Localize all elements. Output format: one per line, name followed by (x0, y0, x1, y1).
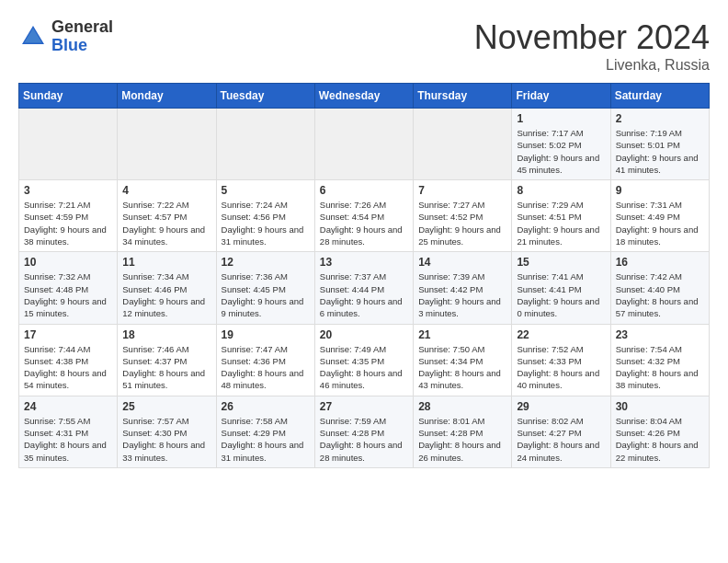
week-row-2: 3Sunrise: 7:21 AMSunset: 4:59 PMDaylight… (19, 180, 710, 252)
day-info: Sunrise: 7:54 AMSunset: 4:32 PMDaylight:… (616, 343, 704, 392)
day-number: 30 (616, 400, 704, 413)
weekday-header-thursday: Thursday (414, 84, 512, 109)
day-info: Sunrise: 7:34 AMSunset: 4:46 PMDaylight:… (122, 270, 210, 319)
day-number: 4 (122, 184, 210, 197)
day-info: Sunrise: 7:24 AMSunset: 4:56 PMDaylight:… (222, 199, 310, 247)
day-number: 17 (24, 328, 112, 341)
day-info: Sunrise: 8:04 AMSunset: 4:26 PMDaylight:… (616, 415, 704, 464)
day-cell: 26Sunrise: 7:58 AMSunset: 4:29 PMDayligh… (216, 396, 314, 467)
day-cell: 3Sunrise: 7:21 AMSunset: 4:59 PMDaylight… (19, 180, 118, 252)
day-cell: 11Sunrise: 7:34 AMSunset: 4:46 PMDayligh… (118, 252, 216, 324)
day-number: 20 (320, 328, 408, 341)
day-info: Sunrise: 7:36 AMSunset: 4:45 PMDaylight:… (222, 270, 310, 319)
day-cell: 15Sunrise: 7:41 AMSunset: 4:41 PMDayligh… (512, 252, 610, 324)
day-cell (19, 109, 118, 180)
day-cell: 8Sunrise: 7:29 AMSunset: 4:51 PMDaylight… (512, 180, 610, 252)
day-info: Sunrise: 7:37 AMSunset: 4:44 PMDaylight:… (320, 270, 408, 319)
day-info: Sunrise: 7:55 AMSunset: 4:31 PMDaylight:… (24, 415, 112, 464)
svg-marker-1 (24, 28, 41, 42)
day-info: Sunrise: 7:59 AMSunset: 4:28 PMDaylight:… (320, 415, 408, 464)
day-info: Sunrise: 7:19 AMSunset: 5:01 PMDaylight:… (616, 127, 704, 176)
day-number: 25 (122, 400, 210, 413)
day-cell: 10Sunrise: 7:32 AMSunset: 4:48 PMDayligh… (19, 252, 118, 324)
day-info: Sunrise: 7:58 AMSunset: 4:29 PMDaylight:… (222, 415, 310, 464)
day-cell: 29Sunrise: 8:02 AMSunset: 4:27 PMDayligh… (512, 396, 610, 467)
day-number: 23 (616, 328, 704, 341)
calendar-header: SundayMondayTuesdayWednesdayThursdayFrid… (19, 84, 710, 109)
day-cell: 27Sunrise: 7:59 AMSunset: 4:28 PMDayligh… (314, 396, 413, 467)
day-number: 27 (320, 400, 408, 413)
day-cell: 1Sunrise: 7:17 AMSunset: 5:02 PMDaylight… (512, 109, 610, 180)
day-cell: 18Sunrise: 7:46 AMSunset: 4:37 PMDayligh… (118, 324, 216, 396)
weekday-header-tuesday: Tuesday (216, 84, 314, 109)
day-info: Sunrise: 7:21 AMSunset: 4:59 PMDaylight:… (24, 199, 112, 247)
day-cell (216, 109, 314, 180)
day-cell (414, 109, 512, 180)
location: Livenka, Russia (474, 57, 710, 74)
day-number: 2 (616, 112, 704, 125)
day-cell: 13Sunrise: 7:37 AMSunset: 4:44 PMDayligh… (314, 252, 413, 324)
month-title: November 2024 (474, 18, 710, 57)
calendar-table: SundayMondayTuesdayWednesdayThursdayFrid… (18, 83, 710, 468)
day-info: Sunrise: 8:02 AMSunset: 4:27 PMDaylight:… (517, 415, 605, 464)
day-number: 15 (517, 256, 605, 269)
day-number: 19 (222, 328, 310, 341)
day-cell: 12Sunrise: 7:36 AMSunset: 4:45 PMDayligh… (216, 252, 314, 324)
day-number: 18 (122, 328, 210, 341)
day-number: 14 (418, 256, 506, 269)
weekday-header-friday: Friday (512, 84, 610, 109)
day-info: Sunrise: 7:47 AMSunset: 4:36 PMDaylight:… (222, 343, 310, 392)
day-info: Sunrise: 7:49 AMSunset: 4:35 PMDaylight:… (320, 343, 408, 392)
day-info: Sunrise: 7:52 AMSunset: 4:33 PMDaylight:… (517, 343, 605, 392)
day-cell: 25Sunrise: 7:57 AMSunset: 4:30 PMDayligh… (118, 396, 216, 467)
week-row-4: 17Sunrise: 7:44 AMSunset: 4:38 PMDayligh… (19, 324, 710, 396)
day-info: Sunrise: 7:31 AMSunset: 4:49 PMDaylight:… (616, 199, 704, 247)
day-number: 7 (418, 184, 506, 197)
day-number: 22 (517, 328, 605, 341)
day-number: 8 (517, 184, 605, 197)
day-cell: 5Sunrise: 7:24 AMSunset: 4:56 PMDaylight… (216, 180, 314, 252)
day-cell: 7Sunrise: 7:27 AMSunset: 4:52 PMDaylight… (414, 180, 512, 252)
day-cell: 28Sunrise: 8:01 AMSunset: 4:28 PMDayligh… (414, 396, 512, 467)
logo-icon (18, 22, 48, 52)
day-cell: 22Sunrise: 7:52 AMSunset: 4:33 PMDayligh… (512, 324, 610, 396)
day-number: 1 (517, 112, 605, 125)
page-header: General Blue November 2024 Livenka, Russ… (18, 18, 710, 74)
day-cell: 21Sunrise: 7:50 AMSunset: 4:34 PMDayligh… (414, 324, 512, 396)
week-row-1: 1Sunrise: 7:17 AMSunset: 5:02 PMDaylight… (19, 109, 710, 180)
day-number: 9 (616, 184, 704, 197)
day-cell: 19Sunrise: 7:47 AMSunset: 4:36 PMDayligh… (216, 324, 314, 396)
day-info: Sunrise: 7:57 AMSunset: 4:30 PMDaylight:… (122, 415, 210, 464)
week-row-5: 24Sunrise: 7:55 AMSunset: 4:31 PMDayligh… (19, 396, 710, 467)
day-cell: 16Sunrise: 7:42 AMSunset: 4:40 PMDayligh… (610, 252, 709, 324)
logo-general-text: General (51, 17, 113, 36)
day-info: Sunrise: 7:17 AMSunset: 5:02 PMDaylight:… (517, 127, 605, 176)
day-info: Sunrise: 7:32 AMSunset: 4:48 PMDaylight:… (24, 270, 112, 319)
day-info: Sunrise: 7:44 AMSunset: 4:38 PMDaylight:… (24, 343, 112, 392)
day-info: Sunrise: 7:39 AMSunset: 4:42 PMDaylight:… (418, 270, 506, 319)
weekday-header-saturday: Saturday (610, 84, 709, 109)
day-info: Sunrise: 8:01 AMSunset: 4:28 PMDaylight:… (418, 415, 506, 464)
day-info: Sunrise: 7:22 AMSunset: 4:57 PMDaylight:… (122, 199, 210, 247)
title-block: November 2024 Livenka, Russia (474, 18, 710, 74)
day-cell: 20Sunrise: 7:49 AMSunset: 4:35 PMDayligh… (314, 324, 413, 396)
day-info: Sunrise: 7:50 AMSunset: 4:34 PMDaylight:… (418, 343, 506, 392)
day-cell: 6Sunrise: 7:26 AMSunset: 4:54 PMDaylight… (314, 180, 413, 252)
day-number: 6 (320, 184, 408, 197)
day-cell: 2Sunrise: 7:19 AMSunset: 5:01 PMDaylight… (610, 109, 709, 180)
day-number: 26 (222, 400, 310, 413)
week-row-3: 10Sunrise: 7:32 AMSunset: 4:48 PMDayligh… (19, 252, 710, 324)
day-number: 11 (122, 256, 210, 269)
weekday-header-row: SundayMondayTuesdayWednesdayThursdayFrid… (19, 84, 710, 109)
day-cell: 23Sunrise: 7:54 AMSunset: 4:32 PMDayligh… (610, 324, 709, 396)
day-number: 5 (222, 184, 310, 197)
weekday-header-monday: Monday (118, 84, 216, 109)
day-cell (314, 109, 413, 180)
day-number: 13 (320, 256, 408, 269)
day-cell: 30Sunrise: 8:04 AMSunset: 4:26 PMDayligh… (610, 396, 709, 467)
calendar-body: 1Sunrise: 7:17 AMSunset: 5:02 PMDaylight… (19, 109, 710, 468)
day-number: 21 (418, 328, 506, 341)
day-cell: 17Sunrise: 7:44 AMSunset: 4:38 PMDayligh… (19, 324, 118, 396)
day-cell: 14Sunrise: 7:39 AMSunset: 4:42 PMDayligh… (414, 252, 512, 324)
day-info: Sunrise: 7:46 AMSunset: 4:37 PMDaylight:… (122, 343, 210, 392)
